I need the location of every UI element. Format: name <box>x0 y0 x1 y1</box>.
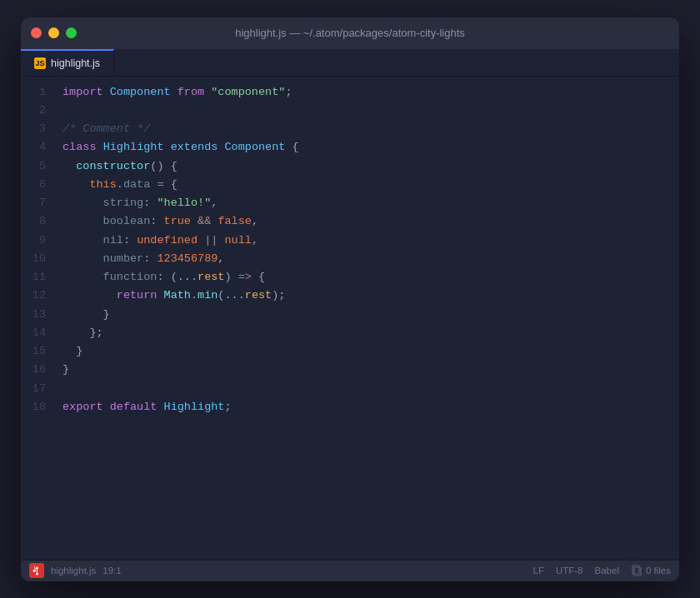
line-num: 7 <box>28 194 46 212</box>
line-num: 12 <box>28 287 46 305</box>
line-num: 13 <box>28 306 46 324</box>
window-title: highlight.js — ~/.atom/packages/atom-cit… <box>235 27 465 39</box>
titlebar: highlight.js — ~/.atom/packages/atom-cit… <box>21 17 679 49</box>
line-num: 18 <box>28 398 46 416</box>
editor-window: highlight.js — ~/.atom/packages/atom-cit… <box>21 17 679 581</box>
js-file-icon: JS <box>34 57 46 69</box>
code-line-1: import Component from "component"; <box>62 83 679 102</box>
code-line-2 <box>62 102 679 120</box>
status-files[interactable]: 0 files <box>631 565 671 576</box>
status-encoding[interactable]: UTF-8 <box>556 566 583 576</box>
code-line-10: number: 123456789, <box>62 250 679 268</box>
line-num: 6 <box>28 176 46 194</box>
code-line-15: } <box>62 342 679 361</box>
git-icon <box>29 563 44 578</box>
code-editor[interactable]: import Component from "component"; /* Co… <box>59 77 679 560</box>
code-line-3: /* Comment */ <box>62 120 679 138</box>
tab-bar: JS highlight.js <box>21 49 679 77</box>
line-num: 16 <box>28 361 46 379</box>
svg-point-0 <box>36 566 38 569</box>
line-num: 2 <box>28 102 46 120</box>
status-right: LF UTF-8 Babel 0 files <box>533 565 671 576</box>
svg-point-1 <box>36 572 38 575</box>
code-line-8: boolean: true && false, <box>62 212 679 231</box>
code-line-17 <box>62 380 679 398</box>
line-numbers: 1 2 3 4 5 6 7 8 9 10 11 12 13 14 15 16 1… <box>21 77 59 560</box>
status-left: highlight.js 19:1 <box>29 563 122 578</box>
traffic-lights <box>31 27 77 38</box>
minimize-button[interactable] <box>48 27 59 38</box>
code-line-11: function: (...rest) => { <box>62 268 679 287</box>
line-num: 8 <box>28 212 46 231</box>
line-num: 11 <box>28 268 46 287</box>
status-grammar[interactable]: Babel <box>595 566 619 576</box>
line-num: 5 <box>28 157 46 176</box>
code-line-14: }; <box>62 324 679 342</box>
close-button[interactable] <box>31 27 42 38</box>
maximize-button[interactable] <box>66 27 77 38</box>
code-line-9: nil: undefined || null, <box>62 232 679 250</box>
code-line-18: export default Highlight; <box>62 398 679 416</box>
svg-point-2 <box>32 570 35 572</box>
code-line-13: } <box>62 306 679 324</box>
code-line-5: constructor() { <box>62 157 679 176</box>
status-filename[interactable]: highlight.js <box>51 566 96 576</box>
line-num: 14 <box>28 324 46 342</box>
line-num: 4 <box>28 138 46 157</box>
line-num: 3 <box>28 120 46 138</box>
tab-label: highlight.js <box>51 57 100 69</box>
line-num: 9 <box>28 232 46 250</box>
code-line-12: return Math.min(...rest); <box>62 287 679 305</box>
files-count: 0 files <box>646 566 671 576</box>
code-line-6: this.data = { <box>62 176 679 194</box>
code-line-4: class Highlight extends Component { <box>62 138 679 157</box>
line-num: 15 <box>28 342 46 361</box>
files-icon <box>631 565 642 576</box>
git-svg <box>32 566 42 576</box>
editor-body: 1 2 3 4 5 6 7 8 9 10 11 12 13 14 15 16 1… <box>21 77 679 560</box>
status-line-ending[interactable]: LF <box>533 566 544 576</box>
line-num: 17 <box>28 380 46 398</box>
line-num: 10 <box>28 250 46 268</box>
tab-highlight-js[interactable]: JS highlight.js <box>21 49 114 76</box>
code-line-16: } <box>62 361 679 379</box>
status-bar: highlight.js 19:1 LF UTF-8 Babel 0 files <box>21 560 679 581</box>
line-num: 1 <box>28 83 46 102</box>
code-line-7: string: "hello!", <box>62 194 679 212</box>
status-position[interactable]: 19:1 <box>102 566 121 576</box>
